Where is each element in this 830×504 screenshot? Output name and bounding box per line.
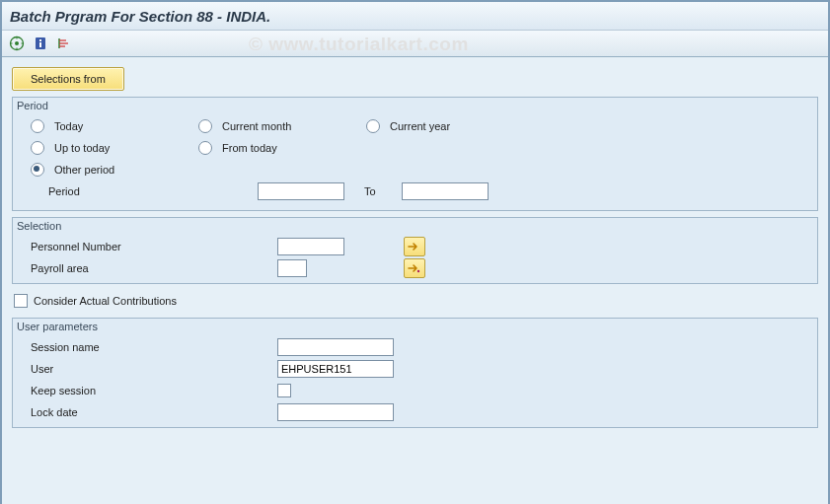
user-input[interactable] (277, 360, 394, 378)
radio-from-today-label: From today (222, 142, 277, 154)
personnel-number-input[interactable] (277, 238, 344, 255)
selection-group: Selection Personnel Number Payroll area (12, 217, 818, 284)
radio-current-year-label: Current year (390, 120, 450, 132)
radio-current-month-label: Current month (222, 120, 291, 132)
period-group: Period Today Current month Current year (12, 97, 818, 211)
svg-rect-7 (39, 39, 41, 41)
execute-icon[interactable] (8, 35, 26, 52)
selection-group-title: Selection (13, 220, 817, 234)
svg-point-1 (15, 41, 19, 45)
svg-point-13 (417, 270, 419, 272)
page-title: Batch Prgram For Section 88 - INDIA. (10, 8, 270, 25)
body-area: Selections from Period Today Current mon… (2, 57, 828, 504)
keep-session-checkbox[interactable] (277, 384, 291, 397)
personnel-number-multi-select-button[interactable] (404, 237, 425, 256)
period-to-input[interactable] (402, 182, 489, 200)
app-window: Batch Prgram For Section 88 - INDIA. (0, 0, 830, 504)
radio-from-today[interactable] (198, 141, 212, 155)
selections-from-button[interactable]: Selections from (12, 67, 124, 91)
lock-date-label: Lock date (31, 406, 277, 418)
title-bar: Batch Prgram For Section 88 - INDIA. (2, 2, 828, 31)
radio-today-label: Today (54, 120, 83, 132)
lock-date-input[interactable] (277, 403, 394, 421)
payroll-area-input[interactable] (277, 259, 307, 277)
consider-actual-label: Consider Actual Contributions (34, 295, 177, 307)
consider-actual-checkbox[interactable] (14, 294, 28, 308)
user-params-group: User parameters Session name User Keep s… (12, 318, 818, 428)
user-label: User (31, 363, 277, 375)
radio-other-period[interactable] (31, 163, 44, 177)
info-icon[interactable] (32, 35, 49, 52)
period-from-input[interactable] (258, 182, 344, 200)
user-params-group-title: User parameters (13, 321, 817, 334)
payroll-area-multi-select-button[interactable] (404, 258, 425, 278)
radio-other-period-label: Other period (54, 164, 114, 176)
keep-session-label: Keep session (31, 385, 277, 396)
radio-current-month[interactable] (198, 119, 212, 133)
payroll-area-label: Payroll area (31, 262, 277, 274)
toolbar (2, 31, 828, 57)
svg-rect-8 (39, 42, 41, 47)
session-name-label: Session name (31, 341, 277, 353)
org-structure-icon[interactable] (55, 35, 73, 52)
radio-today[interactable] (31, 119, 44, 133)
period-to-label: To (344, 185, 402, 197)
radio-up-to-today[interactable] (31, 141, 44, 155)
radio-current-year[interactable] (366, 119, 380, 133)
period-group-title: Period (13, 100, 817, 113)
session-name-input[interactable] (277, 338, 394, 356)
radio-up-to-today-label: Up to today (54, 142, 110, 154)
selections-from-label: Selections from (31, 73, 106, 85)
period-field-label: Period (48, 185, 258, 197)
personnel-number-label: Personnel Number (31, 241, 277, 252)
consider-actual-row: Consider Actual Contributions (14, 294, 818, 308)
